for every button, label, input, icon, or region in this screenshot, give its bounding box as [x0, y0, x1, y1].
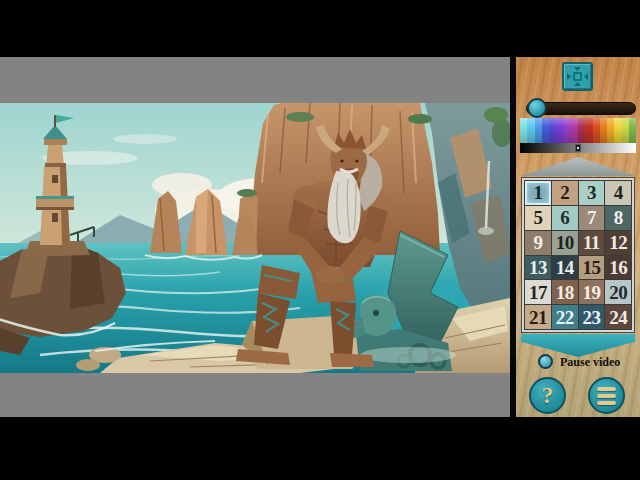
help-question-glyph: ?	[542, 383, 554, 409]
hue-swatch[interactable]	[564, 118, 571, 143]
painting-canvas[interactable]	[0, 103, 510, 373]
color-cell-19[interactable]: 19	[579, 280, 605, 304]
color-cell-20[interactable]: 20	[605, 280, 631, 304]
color-cell-15[interactable]: 15	[579, 256, 605, 280]
pause-video-row: Pause video	[516, 353, 640, 371]
hue-swatch[interactable]	[614, 118, 621, 143]
menu-icon	[597, 394, 616, 398]
hue-swatch[interactable]	[629, 118, 636, 143]
zoom-slider-handle[interactable]	[527, 98, 547, 118]
color-cell-22[interactable]: 22	[552, 305, 578, 329]
hue-swatch[interactable]	[542, 118, 549, 143]
hue-swatch[interactable]	[622, 118, 629, 143]
hue-swatch[interactable]	[527, 118, 534, 143]
color-cell-24[interactable]: 24	[605, 305, 631, 329]
hue-swatch[interactable]	[571, 118, 578, 143]
color-cell-18[interactable]: 18	[552, 280, 578, 304]
zoom-slider[interactable]	[526, 102, 636, 115]
center-fit-icon	[564, 64, 591, 89]
color-cell-9[interactable]: 9	[525, 231, 551, 255]
hue-swatch[interactable]	[600, 118, 607, 143]
center-view-button[interactable]	[562, 62, 593, 91]
color-cell-1[interactable]: 1	[525, 181, 551, 205]
hue-swatch[interactable]	[556, 118, 563, 143]
menu-icon	[597, 387, 616, 391]
sidebar-panel: 123456789101112131415161718192021222324 …	[516, 57, 640, 417]
grayscale-picker-strip[interactable]	[520, 143, 636, 153]
help-button[interactable]: ?	[529, 377, 566, 414]
menu-icon	[597, 401, 616, 405]
color-cell-13[interactable]: 13	[525, 256, 551, 280]
color-cell-23[interactable]: 23	[579, 305, 605, 329]
hue-swatch[interactable]	[607, 118, 614, 143]
color-cell-17[interactable]: 17	[525, 280, 551, 304]
color-cell-8[interactable]: 8	[605, 206, 631, 230]
color-cell-2[interactable]: 2	[552, 181, 578, 205]
color-cell-3[interactable]: 3	[579, 181, 605, 205]
hue-swatch[interactable]	[578, 118, 585, 143]
palette-scroll-up-arrow[interactable]	[520, 157, 636, 176]
color-cell-12[interactable]: 12	[605, 231, 631, 255]
color-cell-7[interactable]: 7	[579, 206, 605, 230]
pause-video-label: Pause video	[560, 355, 620, 370]
seascape-minotaur-painting	[0, 103, 510, 373]
grayscale-marker[interactable]	[575, 144, 581, 152]
pause-video-toggle[interactable]	[538, 354, 553, 369]
hue-swatch[interactable]	[535, 118, 542, 143]
color-cell-14[interactable]: 14	[552, 256, 578, 280]
game-window: 123456789101112131415161718192021222324 …	[0, 57, 640, 417]
color-cell-6[interactable]: 6	[552, 206, 578, 230]
color-cell-16[interactable]: 16	[605, 256, 631, 280]
color-cell-21[interactable]: 21	[525, 305, 551, 329]
hue-picker-strip[interactable]	[520, 118, 636, 143]
hue-swatch[interactable]	[520, 118, 527, 143]
menu-button[interactable]	[588, 377, 625, 414]
color-number-grid: 123456789101112131415161718192021222324	[521, 177, 635, 333]
color-cell-10[interactable]: 10	[552, 231, 578, 255]
color-cell-11[interactable]: 11	[579, 231, 605, 255]
color-cell-5[interactable]: 5	[525, 206, 551, 230]
screen: { "colors": { "letterbox": "#000000", "g…	[0, 0, 640, 480]
hue-swatch[interactable]	[585, 118, 592, 143]
hue-swatch[interactable]	[593, 118, 600, 143]
color-cell-4[interactable]: 4	[605, 181, 631, 205]
hue-swatch[interactable]	[549, 118, 556, 143]
